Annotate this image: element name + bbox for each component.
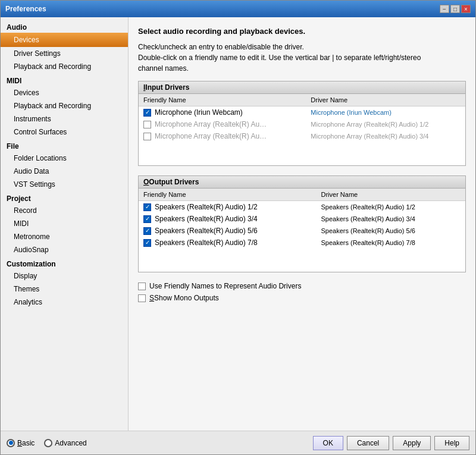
sidebar-item-midi-devices[interactable]: Devices: [1, 86, 128, 99]
sidebar-item-audio-playback-recording[interactable]: Playback and Recording: [1, 60, 128, 73]
output-drivers-table-wrap: Friendly Name Driver Name Speakers (Real…: [139, 189, 465, 272]
output-driver-name-3: Speakers (Realtek(R) Audio) 7/8: [316, 237, 465, 249]
sidebar-item-custom-themes[interactable]: Themes: [1, 283, 128, 296]
radio-basic[interactable]: Basic: [7, 439, 35, 447]
input-drivers-table-wrap: Friendly Name Driver Name Microphone (Ir…: [139, 94, 465, 165]
output-driver-row[interactable]: Speakers (Realtek(R) Audio) 3/4Speakers …: [139, 213, 465, 225]
sidebar-section-audio: Audio: [1, 20, 128, 33]
output-driver-checkbox-2[interactable]: [143, 227, 151, 235]
sidebar-item-project-record[interactable]: Record: [1, 204, 128, 217]
output-drivers-table: Friendly Name Driver Name Speakers (Real…: [139, 189, 465, 249]
sidebar-item-midi-playback-recording[interactable]: Playback and Recording: [1, 99, 128, 112]
footer: Basic Advanced OK Cancel Apply Help: [1, 431, 475, 454]
input-driver-friendly-0: Microphone (Iriun Webcam): [155, 108, 243, 117]
output-driver-friendly-0: Speakers (Realtek(R) Audio) 1/2: [155, 203, 258, 211]
checkbox-friendly-names[interactable]: [138, 283, 146, 290]
sidebar-item-file-audio-data[interactable]: Audio Data: [1, 165, 128, 178]
output-driver-row[interactable]: Speakers (Realtek(R) Audio) 7/8Speakers …: [139, 237, 465, 249]
output-driver-row[interactable]: Speakers (Realtek(R) Audio) 1/2Speakers …: [139, 201, 465, 214]
option-friendly-names-label: Use Friendly Names to Represent Audio Dr…: [149, 282, 301, 290]
sidebar-section-customization: Customization: [1, 256, 128, 269]
output-col-friendly: Friendly Name: [139, 189, 316, 201]
sidebar-item-midi-instruments[interactable]: Instruments: [1, 112, 128, 125]
input-driver-checkbox-2[interactable]: [143, 133, 151, 140]
output-driver-friendly-2: Speakers (Realtek(R) Audio) 5/6: [155, 227, 258, 235]
sidebar: Audio Devices Driver Settings Playback a…: [1, 17, 129, 431]
input-col-driver: Driver Name: [306, 94, 465, 106]
maximize-button[interactable]: □: [450, 5, 460, 13]
main-content: Audio Devices Driver Settings Playback a…: [1, 17, 475, 431]
footer-left: Basic Advanced: [7, 439, 87, 447]
checkbox-show-mono[interactable]: [138, 294, 146, 302]
output-drivers-header: OOutput Drivers: [139, 176, 465, 189]
sidebar-item-project-audiosnap[interactable]: AudioSnap: [1, 243, 128, 256]
radio-basic-label: Basic: [17, 439, 35, 447]
output-driver-friendly-1: Speakers (Realtek(R) Audio) 3/4: [155, 215, 258, 223]
sidebar-item-custom-analytics[interactable]: Analytics: [1, 296, 128, 309]
input-driver-row[interactable]: Microphone (Iriun Webcam)Microphone (Iri…: [139, 106, 465, 119]
apply-button[interactable]: Apply: [393, 436, 431, 450]
option-friendly-names[interactable]: Use Friendly Names to Represent Audio Dr…: [138, 282, 466, 290]
output-col-driver: Driver Name: [316, 189, 465, 201]
radio-advanced-label: Advanced: [55, 439, 86, 447]
input-driver-name-1: Microphone Array (Realtek(R) Audio) 1/2: [306, 118, 465, 130]
output-driver-row[interactable]: Speakers (Realtek(R) Audio) 5/6Speakers …: [139, 225, 465, 237]
content-description: Check/uncheck an entry to enable/disable…: [138, 42, 466, 74]
input-col-friendly: Friendly Name: [139, 94, 306, 106]
output-driver-name-0: Speakers (Realtek(R) Audio) 1/2: [316, 201, 465, 214]
input-driver-row[interactable]: Microphone Array (Realtek(R) Audio) ...M…: [139, 118, 465, 130]
input-driver-row[interactable]: Microphone Array (Realtek(R) Audio) ...M…: [139, 130, 465, 142]
option-show-mono-label: SShow Mono Outputs: [149, 294, 219, 302]
minimize-button[interactable]: −: [440, 5, 449, 13]
radio-advanced[interactable]: Advanced: [44, 439, 86, 447]
input-drivers-section: IInput Drivers Friendly Name Driver Name…: [138, 81, 466, 166]
title-bar: Preferences − □ ×: [1, 1, 475, 17]
content-area: Select audio recording and playback devi…: [129, 17, 475, 431]
window-controls: − □ ×: [440, 5, 471, 13]
help-button[interactable]: Help: [434, 436, 469, 450]
output-driver-name-2: Speakers (Realtek(R) Audio) 5/6: [316, 225, 465, 237]
input-driver-name-2: Microphone Array (Realtek(R) Audio) 3/4: [306, 130, 465, 142]
content-title: Select audio recording and playback devi…: [138, 27, 466, 36]
output-driver-friendly-3: Speakers (Realtek(R) Audio) 7/8: [155, 239, 258, 247]
option-show-mono[interactable]: SShow Mono Outputs: [138, 294, 466, 302]
close-button[interactable]: ×: [461, 5, 471, 13]
footer-right: OK Cancel Apply Help: [313, 436, 469, 450]
input-driver-checkbox-1[interactable]: [143, 121, 151, 128]
output-driver-checkbox-3[interactable]: [143, 239, 151, 247]
radio-advanced-circle: [44, 439, 52, 447]
sidebar-item-project-midi[interactable]: MIDI: [1, 217, 128, 230]
output-driver-checkbox-1[interactable]: [143, 215, 151, 223]
output-driver-name-1: Speakers (Realtek(R) Audio) 3/4: [316, 213, 465, 225]
input-driver-friendly-2: Microphone Array (Realtek(R) Audio) ...: [155, 132, 268, 140]
input-driver-name-0: Microphone (Iriun Webcam): [306, 106, 465, 119]
sidebar-section-file: File: [1, 139, 128, 152]
sidebar-section-project: Project: [1, 191, 128, 204]
sidebar-item-file-vst-settings[interactable]: VST Settings: [1, 178, 128, 191]
input-drivers-header: IInput Drivers: [139, 81, 465, 94]
input-driver-checkbox-0[interactable]: [143, 109, 151, 117]
ok-button[interactable]: OK: [313, 436, 343, 450]
output-drivers-section: OOutput Drivers Friendly Name Driver Nam…: [138, 175, 466, 272]
sidebar-section-midi: MIDI: [1, 73, 128, 86]
bottom-options: Use Friendly Names to Represent Audio Dr…: [138, 282, 466, 302]
sidebar-item-custom-display[interactable]: Display: [1, 269, 128, 283]
radio-basic-circle: [7, 439, 15, 447]
input-drivers-table: Friendly Name Driver Name Microphone (Ir…: [139, 94, 465, 142]
sidebar-item-file-folder-locations[interactable]: Folder Locations: [1, 152, 128, 165]
preferences-window: Preferences − □ × Audio Devices Driver S…: [0, 0, 476, 455]
sidebar-item-audio-devices[interactable]: Devices: [1, 33, 128, 47]
sidebar-item-midi-control-surfaces[interactable]: Control Surfaces: [1, 125, 128, 139]
sidebar-item-project-metronome[interactable]: Metronome: [1, 230, 128, 243]
window-title: Preferences: [5, 5, 46, 13]
input-driver-friendly-1: Microphone Array (Realtek(R) Audio) ...: [155, 120, 268, 128]
output-driver-checkbox-0[interactable]: [143, 203, 151, 211]
sidebar-item-audio-driver-settings[interactable]: Driver Settings: [1, 47, 128, 60]
cancel-button[interactable]: Cancel: [347, 436, 389, 450]
